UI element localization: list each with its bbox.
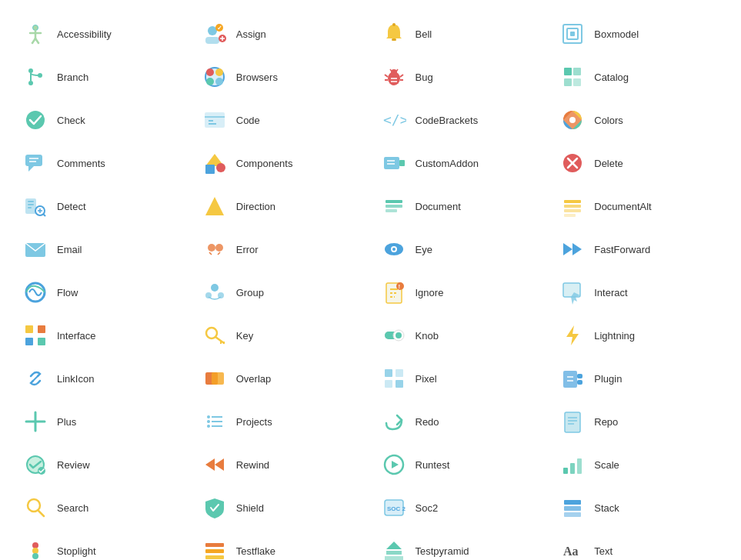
icon-item-ignore[interactable]: ! Ignore — [371, 271, 550, 314]
icon-item-comments[interactable]: Comments — [12, 142, 192, 185]
icon-item-overlap[interactable]: Overlap — [192, 357, 371, 400]
icon-item-pixel[interactable]: Pixel — [371, 357, 550, 400]
svg-rect-57 — [384, 157, 399, 169]
icon-item-direction[interactable]: Direction — [192, 185, 371, 228]
icon-item-plugin[interactable]: Plugin — [549, 357, 729, 400]
icon-item-boxmodel[interactable]: Boxmodel — [549, 12, 729, 55]
repo-icon — [559, 408, 586, 435]
svg-rect-67 — [28, 207, 32, 208]
browsers-icon — [201, 63, 229, 91]
svg-rect-50 — [25, 155, 42, 166]
icon-item-interface[interactable]: Interface — [12, 314, 192, 357]
svg-point-82 — [215, 244, 223, 252]
check-label: Check — [57, 115, 85, 126]
svg-point-26 — [206, 78, 214, 85]
svg-point-115 — [396, 332, 402, 338]
stack-icon — [559, 494, 586, 522]
icon-item-plus[interactable]: Plus — [12, 400, 192, 443]
icon-item-testpyramid[interactable]: Testpyramid — [371, 529, 550, 560]
codebrackets-label: CodeBrackets — [416, 115, 479, 126]
svg-rect-76 — [564, 200, 581, 203]
icon-item-runtest[interactable]: Runtest — [371, 443, 550, 486]
catalog-label: Catalog — [594, 72, 629, 83]
icon-item-customaddon[interactable]: CustomAddon — [371, 142, 550, 185]
icon-item-stack[interactable]: Stack — [549, 486, 729, 529]
icon-item-projects[interactable]: Projects — [192, 400, 371, 443]
svg-point-162 — [32, 553, 38, 559]
svg-rect-40 — [564, 78, 572, 86]
projects-icon — [201, 408, 229, 435]
icon-item-soc2[interactable]: SOC 2 Soc2 — [371, 486, 550, 529]
icon-item-assign[interactable]: ✓ Assign — [192, 12, 371, 55]
svg-line-5 — [35, 38, 38, 43]
icon-item-fastforward[interactable]: FastForward — [549, 228, 729, 271]
icon-item-review[interactable]: Review — [12, 443, 192, 486]
detect-icon — [22, 192, 49, 220]
icon-item-group[interactable]: Group — [192, 271, 371, 314]
lightning-label: Lightning — [594, 330, 635, 342]
fastforward-icon — [559, 235, 586, 263]
stack-label: Stack — [594, 502, 619, 514]
svg-rect-164 — [205, 549, 224, 553]
icon-item-accessibility[interactable]: Accessibility — [12, 12, 192, 55]
icon-item-code[interactable]: Code — [192, 98, 371, 142]
svg-rect-43 — [205, 112, 225, 128]
rewind-icon — [201, 451, 229, 478]
icon-item-document[interactable]: Document — [371, 185, 550, 228]
svg-rect-126 — [577, 380, 582, 385]
icon-item-colors[interactable]: Colors — [549, 98, 729, 142]
ignore-label: Ignore — [416, 287, 444, 298]
icon-item-components[interactable]: Components — [192, 142, 371, 185]
icon-item-redo[interactable]: Redo — [371, 400, 550, 443]
bell-icon — [380, 20, 408, 48]
svg-point-55 — [216, 163, 225, 172]
icon-item-catalog[interactable]: Catalog — [549, 55, 729, 98]
group-icon — [201, 278, 229, 306]
svg-point-27 — [215, 78, 223, 85]
icon-item-shield[interactable]: Shield — [192, 486, 371, 529]
icon-item-linkicon[interactable]: LinkIcon — [12, 357, 192, 400]
svg-rect-163 — [205, 543, 224, 547]
direction-label: Direction — [236, 201, 275, 212]
icon-item-rewind[interactable]: Rewind — [192, 443, 371, 486]
icon-item-scale[interactable]: Scale — [549, 443, 729, 486]
svg-rect-77 — [564, 205, 581, 208]
components-icon — [201, 149, 229, 177]
icon-item-bell[interactable]: Bell — [371, 12, 550, 55]
icon-item-stoplight[interactable]: Stoplight — [12, 529, 192, 560]
icon-item-flow[interactable]: Flow — [12, 271, 192, 314]
icon-item-detect[interactable]: Detect — [12, 185, 192, 228]
svg-rect-121 — [396, 369, 403, 377]
icon-item-error[interactable]: Error — [192, 228, 371, 271]
codebrackets-icon: </> — [380, 106, 408, 134]
icon-item-codebrackets[interactable]: </> CodeBrackets — [371, 98, 550, 142]
icon-item-text[interactable]: Aa Text — [549, 529, 729, 560]
svg-line-84 — [218, 252, 220, 255]
icon-item-bug[interactable]: Bug — [371, 55, 550, 98]
knob-icon — [380, 322, 408, 349]
icon-item-branch[interactable]: Branch — [12, 55, 192, 98]
soc2-icon: SOC 2 — [380, 494, 408, 522]
scale-icon — [559, 451, 586, 478]
svg-marker-146 — [215, 458, 224, 471]
icon-item-testflake[interactable]: Testflake — [192, 529, 371, 560]
icon-item-browsers[interactable]: Browsers — [192, 55, 371, 98]
icon-item-documentalt[interactable]: DocumentAlt — [549, 185, 729, 228]
assign-icon: ✓ — [201, 20, 229, 48]
bell-label: Bell — [416, 28, 432, 40]
icon-item-lightning[interactable]: Lightning — [549, 314, 729, 357]
icon-item-eye[interactable]: Eye — [371, 228, 550, 271]
flow-icon — [22, 278, 49, 306]
soc2-label: Soc2 — [416, 502, 439, 514]
icon-item-email[interactable]: Email — [12, 228, 192, 271]
svg-rect-149 — [563, 468, 568, 474]
svg-point-91 — [211, 284, 219, 292]
icon-item-knob[interactable]: Knob — [371, 314, 550, 357]
plugin-label: Plugin — [594, 373, 622, 385]
icon-item-repo[interactable]: Repo — [549, 400, 729, 443]
icon-item-interact[interactable]: Interact — [549, 271, 729, 314]
icon-item-key[interactable]: Key — [192, 314, 371, 357]
icon-item-delete[interactable]: Delete — [549, 142, 729, 185]
icon-item-check[interactable]: Check — [12, 98, 192, 142]
icon-item-search[interactable]: Search — [12, 486, 192, 529]
